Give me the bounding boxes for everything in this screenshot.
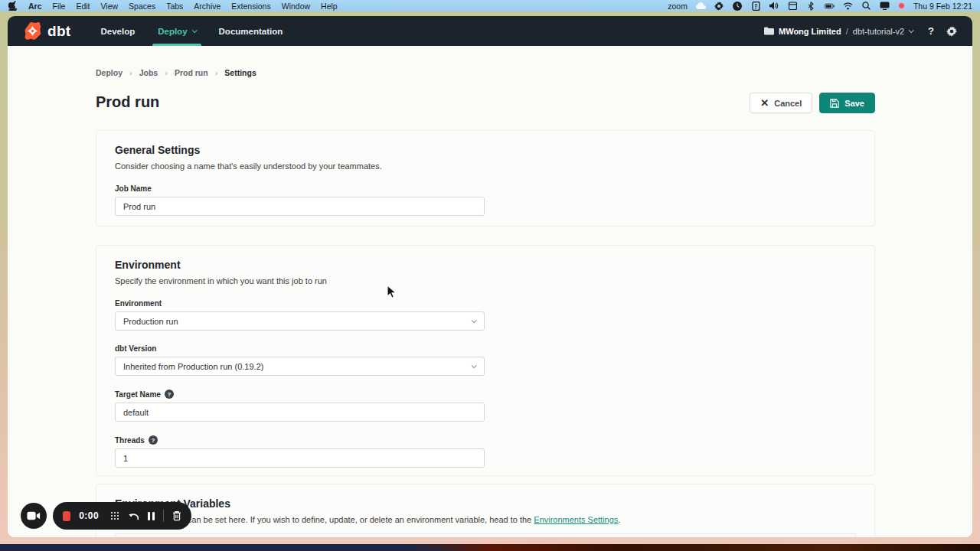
save-button[interactable]: Save bbox=[819, 93, 875, 113]
recording-dot-icon[interactable] bbox=[898, 2, 905, 9]
chevron-down-icon[interactable] bbox=[909, 28, 914, 33]
breadcrumb-prod-run[interactable]: Prod run bbox=[175, 68, 208, 77]
folder-icon bbox=[764, 26, 774, 36]
menu-item-spaces[interactable]: Spaces bbox=[129, 2, 155, 11]
menu-item-file[interactable]: File bbox=[53, 2, 66, 11]
battery-icon[interactable] bbox=[825, 1, 835, 11]
environment-select[interactable]: Production run bbox=[115, 311, 485, 331]
gear-icon[interactable] bbox=[714, 1, 724, 11]
dbt-logo[interactable]: dbt bbox=[23, 21, 70, 41]
nav-documentation-label: Documentation bbox=[219, 27, 283, 36]
menu-item-arc[interactable]: Arc bbox=[28, 2, 42, 11]
menu-item-view[interactable]: View bbox=[101, 2, 119, 11]
threads-input[interactable] bbox=[115, 448, 485, 468]
menu-item-help[interactable]: Help bbox=[321, 2, 338, 11]
main-nav: Develop Deploy Documentation bbox=[89, 16, 294, 46]
nav-deploy-label: Deploy bbox=[158, 27, 187, 36]
account-switcher[interactable]: MWong Limited bbox=[779, 27, 841, 36]
job-name-input[interactable] bbox=[115, 197, 485, 216]
video-camera-icon bbox=[27, 511, 41, 520]
environment-select-value: Production run bbox=[123, 317, 178, 326]
page-title: Prod run bbox=[96, 93, 159, 111]
threads-field-group: Threads ? bbox=[115, 435, 856, 468]
environments-settings-link[interactable]: Environments Settings bbox=[534, 515, 618, 524]
recorder-toolbar: 0:00 bbox=[53, 502, 191, 530]
menu-item-tabs[interactable]: Tabs bbox=[166, 2, 183, 11]
env-vars-text-after: . bbox=[618, 515, 620, 524]
close-x-icon: ✕ bbox=[760, 98, 769, 108]
dbt-version-select-value: Inherited from Production run (0.19.2) bbox=[123, 362, 263, 371]
recorder-camera-button[interactable] bbox=[21, 503, 47, 529]
mouse-cursor bbox=[387, 285, 397, 302]
chevron-down-icon bbox=[191, 28, 197, 33]
cancel-button-label: Cancel bbox=[774, 99, 802, 108]
environment-card: Environment Specify the environment in w… bbox=[96, 245, 875, 476]
breadcrumb-separator-icon: › bbox=[129, 68, 132, 77]
recording-timer: 0:00 bbox=[79, 510, 99, 521]
spotlight-search-icon[interactable] bbox=[861, 1, 871, 11]
browser-window: dbt Develop Deploy Documentation MWong L… bbox=[8, 16, 972, 537]
toolbar-divider bbox=[163, 510, 164, 522]
general-settings-heading: General Settings bbox=[115, 144, 856, 156]
wifi-icon[interactable] bbox=[843, 1, 853, 11]
calendar-icon[interactable] bbox=[788, 1, 798, 11]
bluetooth-icon[interactable] bbox=[806, 1, 816, 11]
chevron-down-icon bbox=[472, 363, 477, 368]
zoom-app-indicator[interactable]: zoom bbox=[668, 2, 688, 11]
account-project-separator: / bbox=[846, 27, 848, 36]
target-name-input[interactable] bbox=[115, 403, 485, 422]
breadcrumb-settings: Settings bbox=[224, 68, 256, 77]
general-settings-card: General Settings Consider choosing a nam… bbox=[96, 130, 875, 227]
environment-variables-heading: Environment Variables bbox=[115, 497, 856, 510]
env-vars-table-header-row: Inherited Value Job Override bbox=[116, 534, 855, 537]
nav-deploy[interactable]: Deploy bbox=[146, 16, 207, 46]
cancel-button[interactable]: ✕ Cancel bbox=[750, 93, 812, 113]
chevron-down-icon bbox=[472, 318, 477, 323]
dbt-logo-icon bbox=[23, 21, 42, 41]
help-button[interactable]: ? bbox=[928, 25, 934, 37]
menu-bar-clock[interactable]: Thu 9 Feb 12:21 bbox=[913, 2, 972, 11]
clock-icon[interactable] bbox=[733, 1, 743, 11]
page-actions: ✕ Cancel Save bbox=[750, 93, 875, 113]
stop-recording-button[interactable] bbox=[63, 511, 70, 521]
job-name-field-group: Job Name bbox=[115, 184, 856, 216]
nav-develop-label: Develop bbox=[100, 27, 135, 36]
macos-menu-bar: Arc File Edit View Spaces Tabs Archive E… bbox=[0, 0, 980, 11]
help-icon[interactable]: ? bbox=[149, 435, 158, 445]
environment-description: Specify the environment in which you wan… bbox=[115, 276, 856, 285]
menu-item-extensions[interactable]: Extensions bbox=[231, 2, 270, 11]
menu-bar-status-area: zoom bbox=[668, 1, 972, 11]
dbt-version-field-group: dbt Version Inherited from Production ru… bbox=[115, 344, 856, 376]
breadcrumb-deploy[interactable]: Deploy bbox=[96, 68, 122, 77]
menu-item-edit[interactable]: Edit bbox=[76, 2, 90, 11]
cloud-icon[interactable] bbox=[696, 1, 706, 11]
undo-icon[interactable] bbox=[128, 511, 139, 521]
drag-handle-dots-icon[interactable] bbox=[110, 511, 119, 520]
dbt-version-label: dbt Version bbox=[115, 344, 856, 353]
breadcrumb-jobs[interactable]: Jobs bbox=[139, 68, 158, 77]
volume-icon[interactable] bbox=[769, 1, 779, 11]
target-name-label: Target Name ? bbox=[115, 390, 856, 399]
trash-icon[interactable] bbox=[172, 510, 181, 521]
nav-documentation[interactable]: Documentation bbox=[207, 16, 295, 46]
target-name-field-group: Target Name ? bbox=[115, 390, 856, 422]
dbt-version-select[interactable]: Inherited from Production run (0.19.2) bbox=[115, 357, 485, 376]
pause-icon[interactable] bbox=[148, 512, 155, 520]
desktop-wallpaper-strip bbox=[0, 544, 980, 551]
menu-item-window[interactable]: Window bbox=[282, 2, 310, 11]
settings-gear-icon[interactable] bbox=[946, 26, 957, 37]
general-settings-description: Consider choosing a name that's easily u… bbox=[115, 161, 856, 171]
breadcrumb-separator-icon: › bbox=[165, 68, 168, 77]
dbt-app-header: dbt Develop Deploy Documentation MWong L… bbox=[8, 16, 972, 46]
project-switcher[interactable]: dbt-tutorial-v2 bbox=[853, 27, 904, 36]
job-name-label: Job Name bbox=[115, 184, 856, 193]
apple-logo-icon[interactable] bbox=[8, 1, 18, 11]
nav-develop[interactable]: Develop bbox=[89, 16, 146, 46]
help-icon[interactable]: ? bbox=[165, 390, 174, 399]
app-window-icon[interactable] bbox=[751, 1, 761, 11]
display-icon[interactable] bbox=[880, 1, 890, 11]
environment-field-group: Environment Production run bbox=[115, 299, 856, 331]
dbt-logo-text: dbt bbox=[47, 23, 70, 40]
menu-item-archive[interactable]: Archive bbox=[194, 2, 220, 11]
environment-variables-table: Inherited Value Job Override bbox=[115, 533, 856, 537]
